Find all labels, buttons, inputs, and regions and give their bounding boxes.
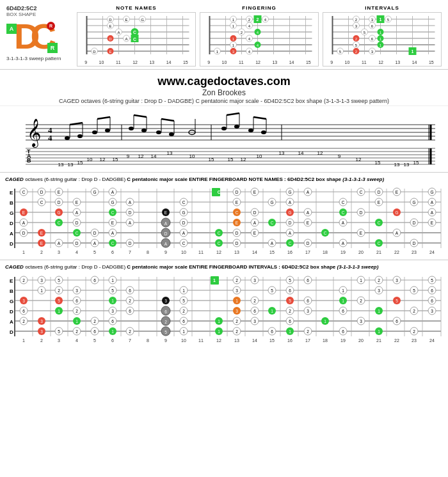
svg-text:E: E bbox=[360, 231, 363, 235]
svg-text:6: 6 bbox=[307, 299, 309, 303]
svg-text:C: C bbox=[342, 200, 345, 205]
svg-text:6: 6 bbox=[431, 288, 433, 293]
svg-text:D: D bbox=[76, 241, 79, 246]
fingering-svg: 1 2 4 2 1 4 2 4 1 bbox=[202, 14, 317, 58]
svg-text:14: 14 bbox=[151, 153, 157, 159]
svg-text:C: C bbox=[236, 210, 239, 215]
svg-line-142 bbox=[97, 117, 110, 119]
svg-text:D: D bbox=[307, 241, 310, 246]
svg-text:5: 5 bbox=[93, 250, 96, 254]
svg-text:G: G bbox=[288, 210, 291, 215]
svg-text:14: 14 bbox=[252, 250, 257, 254]
svg-text:4: 4 bbox=[48, 133, 52, 143]
svg-text:12: 12 bbox=[100, 157, 106, 162]
svg-text:12: 12 bbox=[241, 157, 246, 162]
svg-text:C: C bbox=[76, 231, 79, 235]
svg-text:13: 13 bbox=[58, 162, 64, 168]
note-names-fingerboard-title: CAGED octaves (6-string guitar : Drop D … bbox=[5, 176, 443, 183]
svg-text:6: 6 bbox=[93, 329, 96, 334]
svg-text:11: 11 bbox=[198, 338, 204, 343]
description-text: CAGED octaves (6-string guitar : Drop D … bbox=[0, 98, 448, 104]
svg-text:2: 2 bbox=[253, 299, 256, 303]
svg-text:B: B bbox=[27, 157, 31, 164]
svg-text:E: E bbox=[431, 221, 434, 225]
svg-line-161 bbox=[227, 113, 239, 115]
svg-text:B: B bbox=[10, 288, 13, 294]
svg-point-133 bbox=[65, 136, 70, 140]
svg-text:D: D bbox=[164, 231, 168, 236]
svg-text:15: 15 bbox=[113, 157, 118, 162]
svg-text:1: 1 bbox=[342, 299, 344, 303]
svg-text:1: 1 bbox=[380, 17, 382, 22]
svg-text:15: 15 bbox=[77, 160, 83, 166]
intervals-svg: 2 3 5 1 3 6 5 1 2 bbox=[324, 14, 440, 58]
svg-text:12: 12 bbox=[216, 250, 221, 254]
svg-text:15: 15 bbox=[269, 250, 275, 254]
svg-text:1: 1 bbox=[111, 278, 114, 283]
svg-text:1: 1 bbox=[22, 250, 25, 254]
svg-text:G: G bbox=[57, 210, 60, 215]
svg-text:D: D bbox=[129, 210, 132, 215]
svg-text:13: 13 bbox=[404, 162, 410, 168]
svg-text:E: E bbox=[40, 231, 44, 235]
svg-text:A: A bbox=[93, 241, 97, 246]
svg-text:G: G bbox=[412, 200, 415, 205]
svg-text:2: 2 bbox=[40, 250, 43, 254]
svg-text:A: A bbox=[76, 210, 79, 215]
svg-text:E: E bbox=[10, 190, 13, 196]
svg-text:D: D bbox=[253, 210, 257, 215]
svg-text:20: 20 bbox=[358, 250, 364, 254]
svg-text:3: 3 bbox=[253, 278, 256, 283]
svg-text:E: E bbox=[111, 221, 115, 225]
svg-text:3: 3 bbox=[58, 250, 60, 254]
intervals-title: INTERVALS bbox=[365, 5, 399, 11]
svg-text:1: 1 bbox=[236, 299, 238, 303]
svg-text:1: 1 bbox=[378, 309, 380, 313]
svg-text:D: D bbox=[236, 241, 239, 246]
svg-text:12: 12 bbox=[138, 153, 144, 159]
svg-text:C: C bbox=[324, 231, 327, 235]
svg-text:2: 2 bbox=[40, 338, 43, 343]
svg-text:A: A bbox=[289, 231, 292, 235]
svg-text:G: G bbox=[10, 299, 13, 304]
svg-text:6: 6 bbox=[342, 309, 344, 313]
svg-text:A: A bbox=[307, 210, 310, 215]
svg-text:C: C bbox=[133, 30, 136, 35]
r-badge: R bbox=[47, 22, 55, 30]
svg-text:6: 6 bbox=[431, 299, 433, 303]
svg-text:7: 7 bbox=[129, 250, 131, 254]
svg-text:24: 24 bbox=[429, 338, 435, 343]
svg-point-140 bbox=[105, 129, 110, 132]
svg-text:1: 1 bbox=[342, 288, 344, 293]
svg-text:6: 6 bbox=[111, 250, 114, 254]
svg-text:G: G bbox=[430, 190, 433, 194]
svg-text:C: C bbox=[271, 221, 274, 225]
svg-text:13: 13 bbox=[68, 162, 74, 168]
svg-text:A: A bbox=[342, 241, 345, 246]
svg-text:6: 6 bbox=[111, 338, 114, 343]
note-names-fretboard-svg: E B G D A D // This won't run in SVG con… bbox=[5, 185, 443, 256]
svg-text:6: 6 bbox=[129, 288, 131, 293]
svg-text:D: D bbox=[93, 231, 97, 235]
svg-text:14: 14 bbox=[252, 338, 257, 343]
svg-text:6: 6 bbox=[22, 309, 25, 313]
note-names-title: NOTE NAMES bbox=[116, 5, 156, 11]
svg-point-138 bbox=[92, 130, 97, 134]
svg-text:G: G bbox=[111, 200, 114, 205]
svg-text:2: 2 bbox=[236, 319, 238, 324]
svg-text:2: 2 bbox=[76, 309, 78, 313]
svg-text:3: 3 bbox=[22, 299, 25, 303]
svg-text:6: 6 bbox=[182, 319, 185, 324]
svg-text:2: 2 bbox=[413, 329, 415, 334]
svg-text:E: E bbox=[253, 190, 257, 194]
svg-text:23: 23 bbox=[412, 338, 417, 343]
svg-text:6: 6 bbox=[76, 299, 78, 303]
svg-text:2: 2 bbox=[182, 309, 185, 313]
svg-text:2: 2 bbox=[236, 329, 238, 334]
svg-text:8: 8 bbox=[147, 250, 149, 254]
svg-line-153 bbox=[161, 119, 174, 121]
svg-text:D: D bbox=[10, 309, 13, 315]
intervals-diagram: INTERVALS bbox=[323, 5, 442, 66]
sweep-label: 3-1-3-1-3 sweep pattern bbox=[6, 56, 61, 61]
staff-svg: 𝄞 4 4 bbox=[6, 109, 442, 169]
